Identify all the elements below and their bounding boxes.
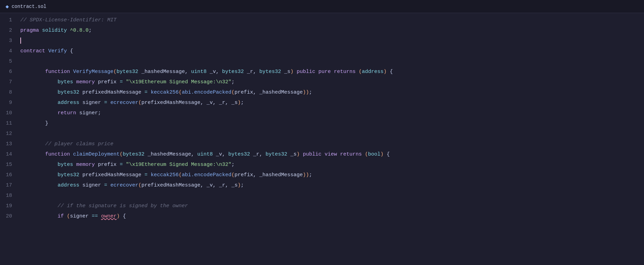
line-number: 20 [0, 211, 19, 222]
code-line-6: 6 function VerifyMessage(bytes32 _hashed… [0, 67, 644, 77]
filename: contract.sol [12, 4, 47, 9]
line-number: 15 [0, 160, 19, 170]
code-line-2: 2pragma solidity ^0.8.0; [0, 25, 644, 36]
code-line-7: 7 bytes memory prefix = "\x19Ethereum Si… [0, 77, 644, 87]
line-content[interactable]: bytes32 prefixedHashMessage = keccak256(… [19, 170, 644, 180]
line-number: 7 [0, 77, 19, 87]
code-line-10: 10 return signer; [0, 108, 644, 118]
code-line-3: 3 [0, 36, 644, 46]
line-number: 14 [0, 149, 19, 160]
code-line-8: 8 bytes32 prefixedHashMessage = keccak25… [0, 87, 644, 98]
line-number: 17 [0, 180, 19, 191]
code-line-4: 4contract Verify { [0, 46, 644, 56]
code-line-18: 18 [0, 191, 644, 201]
line-number: 1 [0, 15, 19, 25]
code-line-12: 12 [0, 129, 644, 139]
line-number: 19 [0, 201, 19, 211]
line-number: 4 [0, 46, 19, 56]
line-number: 3 [0, 36, 19, 46]
code-line-5: 5 [0, 56, 644, 67]
code-line-15: 15 bytes memory prefix = "\x19Ethereum S… [0, 160, 644, 170]
line-number: 6 [0, 67, 19, 77]
line-number: 2 [0, 25, 19, 36]
code-line-19: 19 // if the signature is signed by the … [0, 201, 644, 211]
code-line-17: 17 address signer = ecrecover(prefixedHa… [0, 180, 644, 191]
editor: 1// SPDX-License-Identifier: MIT2pragma … [0, 13, 644, 224]
line-number: 10 [0, 108, 19, 118]
line-content[interactable]: // if the signature is signed by the own… [19, 201, 644, 211]
line-number: 11 [0, 118, 19, 129]
line-content[interactable]: bytes32 prefixedHashMessage = keccak256(… [19, 87, 644, 98]
line-content[interactable]: return signer; [19, 108, 644, 118]
code-line-1: 1// SPDX-License-Identifier: MIT [0, 15, 644, 25]
line-number: 5 [0, 56, 19, 67]
line-number: 8 [0, 87, 19, 98]
line-content[interactable]: // SPDX-License-Identifier: MIT [19, 15, 644, 25]
line-number: 13 [0, 139, 19, 149]
line-content[interactable]: } [19, 118, 644, 129]
code-line-20: 20 if (signer == owner) { [0, 211, 644, 222]
line-content[interactable]: function VerifyMessage(bytes32 _hashedMe… [19, 67, 644, 77]
line-number: 18 [0, 191, 19, 201]
line-content[interactable]: function claimDeployment(bytes32 _hashed… [19, 149, 644, 160]
line-content[interactable]: if (signer == owner) { [19, 211, 644, 222]
code-line-9: 9 address signer = ecrecover(prefixedHas… [0, 98, 644, 108]
eth-icon: ◆ [6, 3, 9, 10]
line-content[interactable]: contract Verify { [19, 46, 644, 56]
code-line-14: 14 function claimDeployment(bytes32 _has… [0, 149, 644, 160]
line-content[interactable]: pragma solidity ^0.8.0; [19, 25, 644, 36]
code-line-11: 11 } [0, 118, 644, 129]
line-content[interactable]: // player claims price [19, 139, 644, 149]
line-number: 12 [0, 129, 19, 139]
line-content[interactable]: address signer = ecrecover(prefixedHashM… [19, 98, 644, 108]
title-bar: ◆ contract.sol [0, 0, 644, 13]
line-content[interactable]: bytes memory prefix = "\x19Ethereum Sign… [19, 77, 644, 87]
line-content[interactable]: bytes memory prefix = "\x19Ethereum Sign… [19, 160, 644, 170]
code-line-13: 13 // player claims price [0, 139, 644, 149]
line-content[interactable]: address signer = ecrecover(prefixedHashM… [19, 180, 644, 191]
code-line-16: 16 bytes32 prefixedHashMessage = keccak2… [0, 170, 644, 180]
line-number: 16 [0, 170, 19, 180]
line-content[interactable] [19, 36, 644, 46]
line-number: 9 [0, 98, 19, 108]
